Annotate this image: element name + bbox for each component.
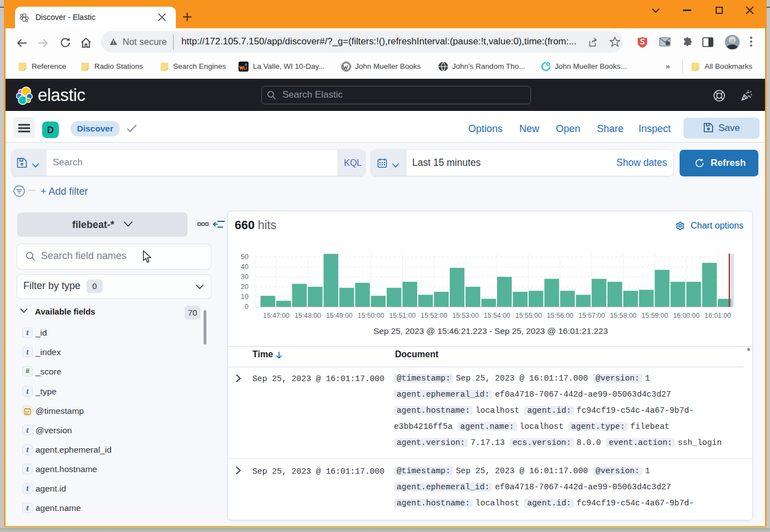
svg-text:15:57:00: 15:57:00 — [579, 312, 605, 320]
svg-text:15:59:00: 15:59:00 — [641, 312, 668, 320]
svg-text:15:56:00: 15:56:00 — [547, 312, 574, 320]
svg-text:16:01:00: 16:01:00 — [705, 312, 731, 320]
svg-text:0: 0 — [245, 303, 249, 311]
svg-text:15:53:00: 15:53:00 — [452, 312, 479, 320]
svg-text:15:47:00: 15:47:00 — [263, 312, 290, 320]
svg-text:15:49:00: 15:49:00 — [326, 312, 353, 320]
svg-text:15:50:00: 15:50:00 — [358, 312, 384, 320]
svg-text:15:52:00: 15:52:00 — [421, 312, 447, 320]
svg-text:15:48:00: 15:48:00 — [295, 312, 321, 320]
svg-text:15:58:00: 15:58:00 — [610, 312, 636, 320]
svg-text:10: 10 — [241, 293, 249, 301]
svg-text:30: 30 — [241, 273, 249, 281]
svg-text:15:55:00: 15:55:00 — [515, 312, 542, 320]
svg-text:15:54:00: 15:54:00 — [484, 312, 510, 320]
svg-text:15:51:00: 15:51:00 — [389, 312, 416, 320]
svg-text:20: 20 — [241, 283, 249, 291]
svg-text:16:00:00: 16:00:00 — [673, 312, 700, 320]
svg-text:50: 50 — [241, 253, 249, 261]
svg-text:40: 40 — [241, 263, 249, 271]
